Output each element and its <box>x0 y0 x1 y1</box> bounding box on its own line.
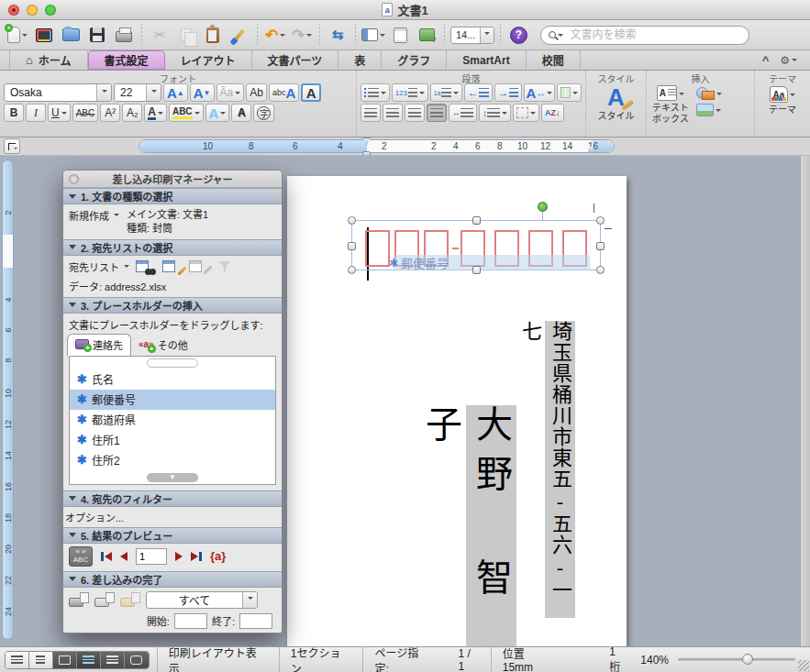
phonetic-guide-button[interactable]: abcA <box>269 83 299 102</box>
start-record-input[interactable] <box>174 613 207 629</box>
zoom-slider[interactable] <box>678 658 795 661</box>
tab-stop-selector[interactable] <box>4 138 20 154</box>
copy-button[interactable] <box>174 23 198 47</box>
minimize-button[interactable] <box>27 5 38 16</box>
field-item[interactable]: ✱氏名 <box>70 369 275 390</box>
section1-header[interactable]: 1. 文書の種類の選択 <box>63 188 282 204</box>
field-item-selected[interactable]: ✱郵便番号 <box>70 390 275 410</box>
page-status[interactable]: ページ指定: 1 / 1 <box>362 647 490 672</box>
resize-handle-sw[interactable] <box>348 266 356 274</box>
field-item[interactable]: ✱住所2 <box>70 450 275 470</box>
clear-formatting-button[interactable]: Ab <box>246 83 267 102</box>
tab-review[interactable]: 校閲 <box>527 50 581 70</box>
resize-handle-w[interactable] <box>348 242 356 250</box>
styles-button[interactable]: A スタイル <box>586 83 646 122</box>
align-right-button[interactable] <box>405 104 425 122</box>
next-record-button[interactable] <box>175 552 183 561</box>
merge-to-document-button[interactable] <box>94 592 115 607</box>
resize-handle-n[interactable] <box>472 216 481 225</box>
tab-table[interactable]: 表 <box>338 50 382 70</box>
strikethrough-button[interactable]: ABC <box>72 104 99 122</box>
first-record-button[interactable] <box>101 552 112 561</box>
line-spacing-button[interactable]: ↕ <box>479 104 511 122</box>
document-page[interactable]: ✱ 郵便番号 埼玉県桶川市東五-五六-一七 大野 智子 <box>287 176 627 646</box>
document-elements-button[interactable] <box>388 23 412 47</box>
redo-button[interactable]: ↷ <box>290 23 314 47</box>
zoom-combo[interactable]: 14... <box>450 27 494 44</box>
notebook-layout-button[interactable] <box>101 652 125 668</box>
section4-header[interactable]: 4. 宛先のフィルター <box>63 490 282 507</box>
columns-button[interactable] <box>557 83 582 102</box>
increase-indent-button[interactable]: → <box>494 83 523 102</box>
field-item[interactable]: ✱住所1 <box>70 430 275 450</box>
shapes-button[interactable] <box>696 87 722 100</box>
filter-options-button[interactable]: オプション... <box>63 507 282 527</box>
search-field[interactable] <box>540 26 749 45</box>
record-number-input[interactable] <box>136 548 167 565</box>
print-button[interactable] <box>112 23 136 47</box>
vertical-ruler[interactable]: 2 4 6 8 10 12 14 16 18 20 22 24 <box>2 160 14 640</box>
media-browser-button[interactable]: ♪ <box>415 23 438 47</box>
view-field-codes-button[interactable]: {a} <box>210 549 226 563</box>
change-case-button[interactable]: Ãa <box>216 83 245 102</box>
mail-merge-manager[interactable]: 差し込み印刷マネージャー 1. 文書の種類の選択 新規作成 メイン文書: 文書1… <box>62 170 283 633</box>
line-spacing-dropdown[interactable] <box>502 112 507 117</box>
end-record-input[interactable] <box>239 613 272 629</box>
italic-button[interactable]: I <box>26 104 46 122</box>
create-new-button[interactable]: 新規作成 <box>69 208 119 223</box>
bullets-dropdown[interactable] <box>381 92 386 97</box>
bold-button[interactable]: B <box>4 104 24 122</box>
font-color-button[interactable]: A <box>144 104 167 122</box>
name-merge-field[interactable]: 大野 智子 <box>466 405 516 646</box>
last-record-button[interactable] <box>191 552 202 561</box>
format-painter-button[interactable] <box>227 23 251 47</box>
scroll-up-button[interactable] <box>147 358 198 368</box>
horizontal-ruler[interactable]: 10 8 6 4 2 2 4 6 8 10 12 14 16 <box>139 139 615 153</box>
tab-layout[interactable]: レイアウト <box>165 50 252 70</box>
previous-record-button[interactable] <box>120 552 128 561</box>
section6-header[interactable]: 6. 差し込みの完了 <box>63 571 282 588</box>
character-border-button[interactable]: A <box>301 83 321 102</box>
subscript-button[interactable]: A₂ <box>122 104 142 122</box>
resize-handle-e[interactable] <box>596 242 605 250</box>
tab-other[interactable]: «a»+ その他 <box>131 335 195 356</box>
formatting-marks-button[interactable]: ⇆ <box>326 23 350 47</box>
shrink-font-button[interactable]: A▼ <box>190 83 215 102</box>
font-name-combo[interactable]: Osaka <box>4 83 112 102</box>
focus-view-button[interactable] <box>125 652 149 668</box>
merge-fields-list[interactable]: ✱氏名 ✱郵便番号 ✱都道府県 ✱住所1 ✱住所2 ▼ <box>69 356 276 485</box>
open-button[interactable] <box>59 23 83 47</box>
text-glow-button[interactable]: A <box>205 104 230 122</box>
undo-button[interactable]: ↶ <box>263 23 287 47</box>
glow-dropdown[interactable] <box>220 112 226 117</box>
resize-handle-s[interactable] <box>472 266 481 274</box>
field-item[interactable]: ✱都道府県 <box>70 410 275 430</box>
palette-close-button[interactable] <box>69 174 79 184</box>
print-layout-button[interactable] <box>77 652 101 668</box>
decrease-indent-button[interactable]: ← <box>464 83 493 102</box>
underline-dropdown[interactable] <box>61 112 67 117</box>
underline-button[interactable]: U <box>48 104 71 122</box>
resize-handle-ne[interactable] <box>596 216 605 225</box>
search-input[interactable] <box>570 28 741 41</box>
multilevel-list-button[interactable]: 1a <box>430 83 462 102</box>
cut-button[interactable]: ✂ <box>148 23 172 47</box>
new-document-button[interactable]: + <box>6 23 29 47</box>
section3-header[interactable]: 3. プレースホルダーの挿入 <box>63 297 282 314</box>
tab-document-parts[interactable]: 文書パーツ <box>252 50 339 70</box>
postal-code-textbox[interactable]: ✱ 郵便番号 <box>351 220 601 270</box>
resize-grip[interactable] <box>798 660 809 671</box>
sidebar-view-button[interactable] <box>361 23 385 47</box>
picture-button[interactable] <box>696 104 722 116</box>
merge-to-printer-button[interactable] <box>69 592 89 607</box>
character-spacing-button[interactable]: A↔ <box>524 83 554 102</box>
numbering-button[interactable]: 123 <box>392 83 428 102</box>
text-box-button[interactable]: A テキストボックス <box>652 85 689 124</box>
help-button[interactable]: ? <box>506 23 530 47</box>
zoom-slider-thumb[interactable] <box>742 654 753 665</box>
save-button[interactable] <box>85 23 109 47</box>
outline-view-button[interactable] <box>29 652 53 668</box>
ribbon-gear-button[interactable]: ⚙ <box>780 54 797 67</box>
highlight-button[interactable]: ABC <box>169 104 204 122</box>
numbering-dropdown[interactable] <box>419 92 425 97</box>
